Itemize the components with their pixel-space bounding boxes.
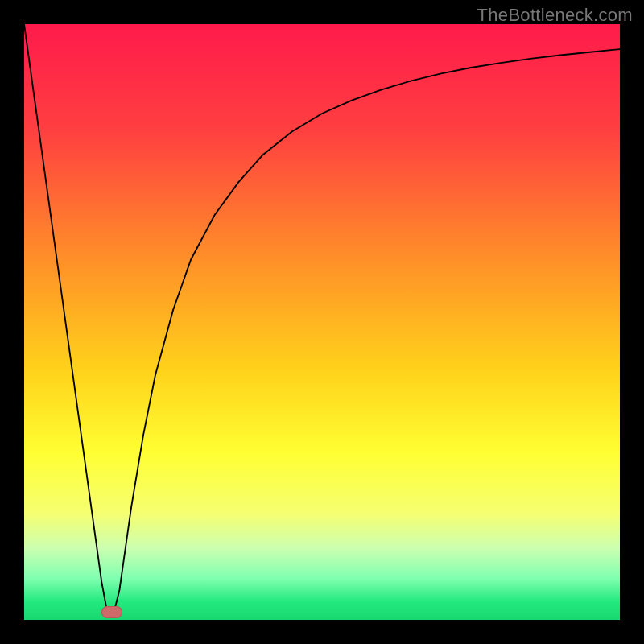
- watermark-text: TheBottleneck.com: [477, 5, 633, 26]
- bottleneck-curve: [24, 24, 620, 620]
- plot-area: [24, 24, 620, 620]
- optimum-marker: [101, 606, 122, 618]
- chart-frame: TheBottleneck.com: [0, 0, 644, 644]
